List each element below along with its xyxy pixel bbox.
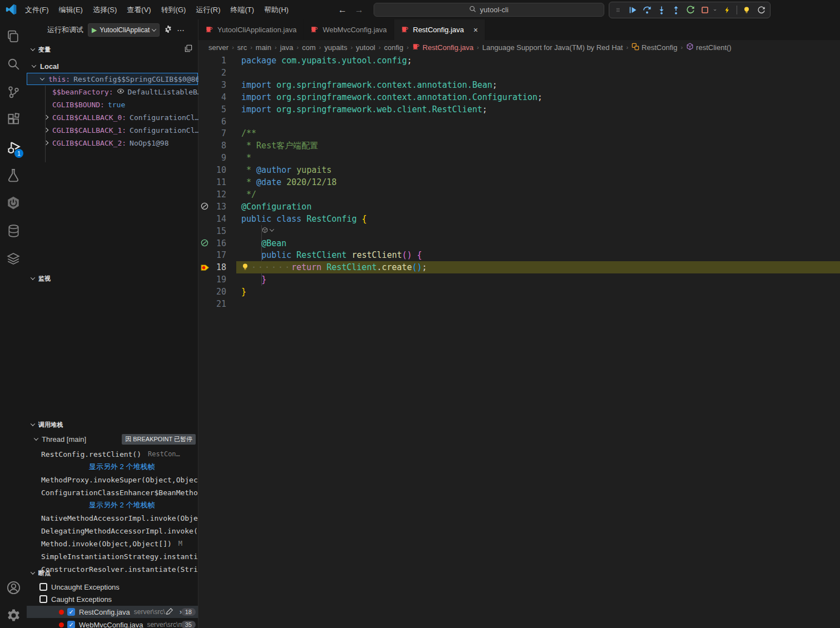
line-number[interactable]: 1 (198, 54, 226, 67)
file-breakpoint-row[interactable]: ✓WebMvcConfig.javaserver\src\mai...35 (27, 619, 198, 628)
stack-frame-row[interactable]: RestConfig.restClient()RestCon… (27, 448, 198, 460)
nav-back-icon[interactable]: ← (338, 5, 347, 15)
line-number[interactable]: 13 (198, 201, 226, 213)
command-center-search[interactable]: yutool-cli (374, 3, 604, 17)
stack-frame-row[interactable]: DelegatingMethodAccessorImpl.invoke( (27, 525, 198, 537)
collapse-all-icon[interactable] (185, 44, 192, 54)
breadcrumb-item[interactable]: Language Support for Java(TM) by Red Hat (483, 43, 623, 52)
variable-row[interactable]: this:RestConfig$$SpringCGLIB$$0@86 (27, 73, 198, 85)
continue-icon[interactable] (626, 3, 639, 17)
activity-files-icon[interactable] (0, 23, 27, 49)
reload-icon[interactable] (754, 3, 768, 17)
tab-webmvcconfig-java[interactable]: WebMvcConfig.java (304, 19, 394, 40)
activity-run-debug-icon[interactable]: 1 (0, 134, 27, 161)
line-number[interactable]: 18 (198, 261, 226, 273)
exception-breakpoint-row[interactable]: Uncaught Exceptions (27, 581, 198, 593)
lightbulb-icon[interactable] (740, 3, 753, 17)
variable-row[interactable]: CGLIB$CALLBACK_2:NoOp$1@98 (27, 137, 198, 149)
stack-frame-row[interactable]: Method.invoke(Object,Object[])M (27, 537, 198, 550)
step-out-icon[interactable] (669, 3, 683, 17)
activity-settings-gear-icon[interactable] (0, 602, 27, 628)
line-number[interactable]: 21 (198, 298, 226, 310)
line-number[interactable]: 11 (198, 176, 226, 188)
line-number[interactable]: 2 (198, 67, 226, 79)
line-number[interactable]: 19 (198, 273, 226, 286)
breakpoint-dot-icon[interactable] (59, 622, 64, 627)
breakpoints-section-header[interactable]: 断点 (27, 567, 198, 579)
callstack-section-header[interactable]: 调用堆栈 (27, 418, 198, 431)
menu-f[interactable]: 文件(F) (20, 3, 54, 17)
activity-extensions-icon[interactable] (0, 106, 27, 133)
lazy-eval-eye-icon[interactable] (117, 87, 125, 97)
activity-layers-icon[interactable] (0, 245, 27, 272)
menu-g[interactable]: 转到(G) (156, 3, 191, 17)
menu-h[interactable]: 帮助(H) (259, 3, 294, 17)
variable-row[interactable]: $$beanFactory:DefaultListableB… (27, 86, 198, 98)
checkbox[interactable] (39, 583, 47, 591)
edit-breakpoint-pencil-icon[interactable] (166, 607, 173, 617)
line-number[interactable]: 16 (198, 237, 226, 250)
breadcrumb-item[interactable]: src (237, 43, 247, 52)
thread-row[interactable]: Thread [main] 因 BREAKPOINT 已暂停 (27, 433, 198, 445)
line-number[interactable]: 5 (198, 103, 226, 116)
activity-spring-boot-icon[interactable] (0, 190, 27, 216)
menu-e[interactable]: 编辑(E) (54, 3, 88, 17)
variable-row[interactable]: CGLIB$CALLBACK_1:ConfigurationCl… (27, 124, 198, 136)
more-actions-icon[interactable]: ⋯ (177, 26, 185, 34)
start-debug-icon[interactable]: ▶ (92, 26, 97, 34)
breadcrumb-item[interactable]: main (256, 43, 271, 52)
tab-restconfig-java[interactable]: RestConfig.java× (394, 19, 485, 40)
breadcrumb-item[interactable]: com (302, 43, 316, 52)
stack-frame-row[interactable]: ConfigurationClassEnhancer$BeanMetho (27, 486, 198, 499)
stop-icon[interactable] (698, 3, 712, 17)
line-number[interactable]: 15 (198, 225, 226, 237)
activity-database-icon[interactable] (0, 217, 27, 244)
breadcrumb-item[interactable]: restClient() (686, 43, 732, 52)
checkbox[interactable] (39, 595, 47, 603)
close-tab-icon[interactable]: × (474, 26, 478, 34)
exception-breakpoint-row[interactable]: Caught Exceptions (27, 593, 198, 605)
nav-forward-icon[interactable]: → (355, 5, 364, 15)
code-editor[interactable]: 1package com.yupaits.yutool.config;23imp… (198, 54, 840, 628)
breadcrumb-item[interactable]: server (208, 43, 228, 52)
restart-icon[interactable] (684, 3, 697, 17)
breadcrumb-item[interactable]: yupaits (324, 43, 347, 52)
breadcrumb-item[interactable]: config (384, 43, 404, 52)
breadcrumb-item[interactable]: java (280, 43, 294, 52)
line-number[interactable]: 17 (198, 249, 226, 261)
variables-scope-row[interactable]: Local (27, 60, 198, 72)
line-number[interactable]: 6 (198, 116, 226, 128)
line-number[interactable]: 10 (198, 164, 226, 176)
breadcrumb-item[interactable]: RestConfig.java (412, 42, 474, 52)
line-number[interactable]: 12 (198, 188, 226, 201)
variable-row[interactable]: CGLIB$CALLBACK_0:ConfigurationCl… (27, 111, 198, 123)
quickfix-lightbulb-icon[interactable] (241, 262, 251, 275)
file-breakpoint-row[interactable]: ✓RestConfig.javaserver\src\...×18 (27, 606, 198, 618)
breadcrumb-item[interactable]: RestConfig (632, 43, 677, 52)
line-number[interactable]: 4 (198, 91, 226, 103)
line-number[interactable]: 7 (198, 127, 226, 139)
breakpoint-dot-icon[interactable] (59, 610, 64, 615)
watch-section-header[interactable]: 监视 (27, 272, 198, 285)
checkbox[interactable]: ✓ (67, 608, 75, 616)
step-over-icon[interactable] (640, 3, 654, 17)
variable-row[interactable]: CGLIB$BOUND:true (27, 98, 198, 111)
debug-settings-gear-icon[interactable] (164, 25, 172, 35)
checkbox[interactable]: ✓ (67, 621, 75, 628)
variables-section-header[interactable]: 变量 (27, 43, 198, 56)
show-more-frames-link[interactable]: 显示另外 2 个堆栈帧 (27, 461, 198, 473)
line-number[interactable]: 8 (198, 139, 226, 152)
chevron-down-icon[interactable] (713, 3, 719, 17)
menu-s[interactable]: 选择(S) (88, 3, 122, 17)
line-number[interactable]: 3 (198, 79, 226, 91)
line-number[interactable]: 14 (198, 213, 226, 225)
menu-t[interactable]: 终端(T) (225, 3, 259, 17)
menu-r[interactable]: 运行(R) (191, 3, 225, 17)
breadcrumb-item[interactable]: yutool (356, 43, 375, 52)
line-number[interactable]: 20 (198, 286, 226, 298)
menu-v[interactable]: 查看(V) (122, 3, 156, 17)
tab-yutoolcliapplication-java[interactable]: YutoolCliApplication.java (198, 19, 304, 40)
stack-frame-row[interactable]: NativeMethodAccessorImpl.invoke(Obje (27, 512, 198, 524)
bean-codelens-icon[interactable] (261, 227, 274, 234)
lightning-icon[interactable] (720, 3, 734, 17)
